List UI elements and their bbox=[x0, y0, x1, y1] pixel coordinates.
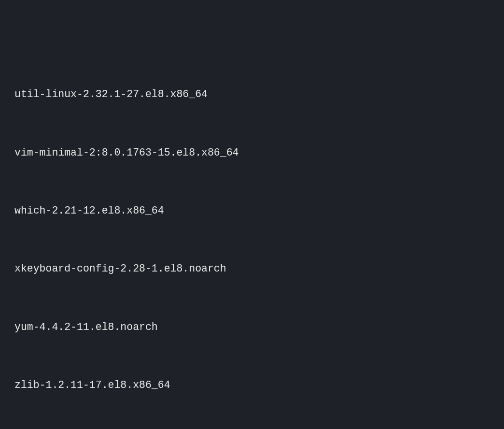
terminal-output[interactable]: util-linux-2.32.1-27.el8.x86_64 vim-mini… bbox=[0, 72, 504, 429]
package-line: vim-minimal-2:8.0.1763-15.el8.x86_64 bbox=[0, 145, 504, 160]
blank-line bbox=[0, 232, 504, 247]
package-line: xkeyboard-config-2.28-1.el8.noarch bbox=[0, 261, 504, 276]
package-line: util-linux-2.32.1-27.el8.x86_64 bbox=[0, 87, 504, 101]
package-line: yum-4.4.2-11.el8.noarch bbox=[0, 320, 504, 334]
blank-line bbox=[0, 349, 504, 363]
blank-line bbox=[0, 407, 504, 421]
package-line: zlib-1.2.11-17.el8.x86_64 bbox=[0, 378, 504, 392]
blank-line bbox=[0, 291, 504, 305]
package-line: which-2.21-12.el8.x86_64 bbox=[0, 203, 504, 218]
blank-line bbox=[0, 116, 504, 131]
blank-line bbox=[0, 174, 504, 189]
